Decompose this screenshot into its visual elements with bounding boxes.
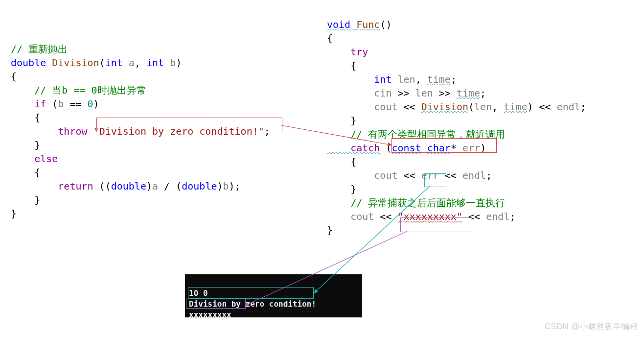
console-line2: Division by zero condition!: [189, 299, 316, 309]
comment: // 当b == 0时抛出异常: [11, 84, 146, 96]
func-name: Func: [350, 19, 380, 30]
comment: // 重新抛出: [11, 43, 68, 55]
right-code: void Func() { try { int len, time; cin >…: [327, 4, 586, 237]
kw-throw: throw: [11, 125, 88, 137]
kw-return: return: [11, 180, 93, 192]
kw-double: double: [11, 57, 46, 69]
left-code: // 重新抛出 double Division(int a, int b) { …: [11, 28, 270, 220]
comment: // 异常捕获之后后面能够一直执行: [327, 197, 505, 209]
console-line1: 10 0: [189, 289, 208, 298]
console-output: 10 0 Division by zero condition! xxxxxxx…: [185, 274, 362, 317]
func-name: Division: [46, 57, 99, 69]
throw-string: "Division by zero condition!": [93, 125, 264, 137]
err-var: err: [421, 169, 439, 181]
kw-else: else: [11, 153, 58, 165]
comment: // 有两个类型相同异常，就近调用: [327, 128, 505, 140]
kw-catch: catch: [327, 142, 380, 154]
xxx-string: "xxxxxxxxx": [398, 211, 462, 222]
console-line3: xxxxxxxxx: [189, 310, 231, 319]
watermark: CSDN @小林熬夜学编程: [545, 322, 638, 332]
kw-void: void: [327, 19, 350, 30]
kw-try: try: [327, 46, 368, 58]
kw-if: if: [11, 98, 46, 110]
